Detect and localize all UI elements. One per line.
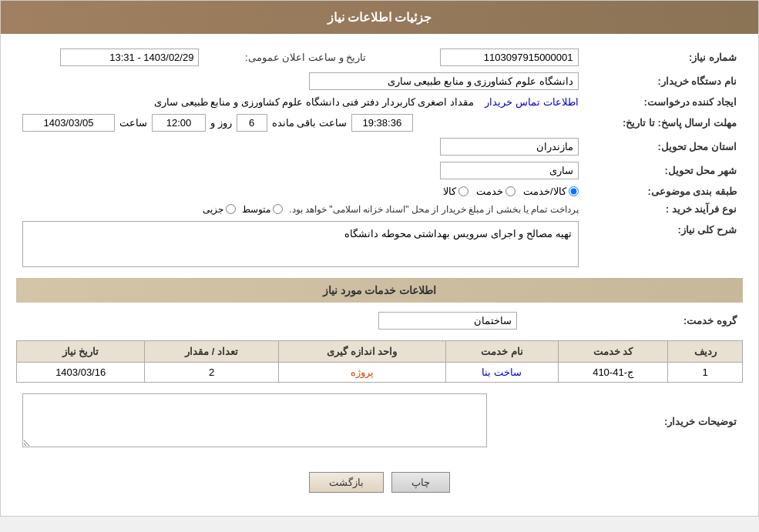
print-button[interactable]: چاپ bbox=[391, 472, 450, 493]
province-label: استان محل تحویل: bbox=[585, 135, 743, 159]
services-section-header: اطلاعات خدمات مورد نیاز bbox=[16, 278, 743, 303]
category-radio-group: کالا/خدمت خدمت کالا bbox=[22, 186, 579, 197]
buyer-org-label: نام دستگاه خریدار: bbox=[585, 69, 743, 93]
time-box: 12:00 bbox=[152, 114, 206, 132]
datetime-row: 19:38:36 ساعت باقی مانده 6 روز و 12:00 س… bbox=[22, 114, 579, 132]
category-radio2-input[interactable] bbox=[505, 186, 516, 196]
group-box: ساختمان bbox=[378, 312, 517, 330]
category-radio2-label: خدمت bbox=[476, 186, 503, 197]
row-response-deadline: مهلت ارسال پاسخ: تا تاریخ: 19:38:36 ساعت… bbox=[16, 111, 743, 135]
announce-value: 1403/02/29 - 13:31 bbox=[16, 45, 205, 69]
buyer-notes-table: توضیحات خریدار: bbox=[16, 390, 743, 453]
category-radios: کالا/خدمت خدمت کالا bbox=[16, 182, 585, 200]
service-table-head: ردیف کد خدمت نام خدمت واحد اندازه گیری ت… bbox=[17, 341, 743, 363]
purchase-radio2-label: متوسط bbox=[242, 204, 270, 215]
buyer-org-box: دانشگاه علوم کشاورزی و منابع طبیعی ساری bbox=[309, 72, 579, 90]
purchase-radio1-label: جزیی bbox=[203, 204, 223, 215]
days-box: 6 bbox=[237, 114, 267, 132]
category-radio3-item: کالا/خدمت bbox=[523, 186, 579, 197]
city-label: شهر محل تحویل: bbox=[585, 159, 743, 182]
row-buyer-org: نام دستگاه خریدار: دانشگاه علوم کشاورزی … bbox=[16, 69, 743, 93]
category-radio2-item: خدمت bbox=[476, 186, 516, 197]
announce-box: 1403/02/29 - 13:31 bbox=[60, 49, 199, 66]
group-value: ساختمان bbox=[16, 309, 523, 333]
buyer-notes-label: توضیحات خریدار: bbox=[493, 390, 743, 453]
need-number-box: 1103097915000001 bbox=[440, 49, 579, 66]
col-date: تاریخ نیاز bbox=[17, 341, 145, 363]
purchase-radio2-item: متوسط bbox=[242, 204, 283, 215]
cell-quantity: 2 bbox=[145, 363, 279, 383]
need-number-value: 1103097915000001 bbox=[395, 45, 584, 69]
service-table-body: 1 ج-41-410 ساخت بنا پروژه 2 1403/03/16 bbox=[17, 363, 743, 383]
purchase-desc: پرداخت تمام یا بخشی از مبلغ خریدار از مح… bbox=[289, 204, 578, 215]
row-requester: ایجاد کننده درخواست: اطلاعات تماس خریدار… bbox=[16, 93, 743, 111]
requester-text: مقداد اصغری کاربردار دفتر فنی دانشگاه عل… bbox=[154, 96, 474, 108]
info-table: شماره نیاز: 1103097915000001 تاریخ و ساع… bbox=[16, 45, 743, 270]
row-province: استان محل تحویل: مازندران bbox=[16, 135, 743, 159]
requester-label: ایجاد کننده درخواست: bbox=[585, 93, 743, 111]
cell-unit: پروژه bbox=[278, 363, 445, 383]
category-label: طبقه بندی موضوعی: bbox=[585, 182, 743, 200]
time-label: ساعت bbox=[119, 117, 147, 129]
row-category: طبقه بندی موضوعی: کالا/خدمت خدمت bbox=[16, 182, 743, 200]
page-header: جزئیات اطلاعات نیاز bbox=[1, 1, 758, 34]
page-wrapper: جزئیات اطلاعات نیاز شماره نیاز: 11030979… bbox=[0, 0, 759, 517]
category-radio3-input[interactable] bbox=[569, 186, 579, 196]
requester-value: اطلاعات تماس خریدار مقداد اصغری کاربردار… bbox=[16, 93, 585, 111]
purchase-radio1-item: جزیی bbox=[203, 204, 236, 215]
group-label: گروه خدمت: bbox=[523, 309, 743, 333]
days-label: روز و bbox=[210, 117, 232, 129]
description-label: شرح کلی نیاز: bbox=[585, 218, 743, 270]
col-service-code: کد خدمت bbox=[558, 341, 668, 363]
service-table: ردیف کد خدمت نام خدمت واحد اندازه گیری ت… bbox=[16, 340, 743, 383]
date-box: 1403/03/05 bbox=[22, 114, 115, 132]
col-unit: واحد اندازه گیری bbox=[278, 341, 445, 363]
description-text: تهیه مصالح و اجرای سرویس بهداشتی محوطه د… bbox=[344, 228, 571, 239]
contact-link[interactable]: اطلاعات تماس خریدار bbox=[485, 96, 578, 108]
category-radio1-label: کالا bbox=[443, 186, 456, 197]
cell-row-num: 1 bbox=[668, 363, 743, 383]
content-area: شماره نیاز: 1103097915000001 تاریخ و ساع… bbox=[1, 34, 758, 516]
cell-date: 1403/03/16 bbox=[17, 363, 145, 383]
service-header-row: ردیف کد خدمت نام خدمت واحد اندازه گیری ت… bbox=[17, 341, 743, 363]
description-content: تهیه مصالح و اجرای سرویس بهداشتی محوطه د… bbox=[16, 218, 585, 270]
row-description: شرح کلی نیاز: تهیه مصالح و اجرای سرویس ب… bbox=[16, 218, 743, 270]
category-radio1-input[interactable] bbox=[458, 186, 468, 196]
purchase-radio1-input[interactable] bbox=[226, 204, 236, 214]
row-need-number: شماره نیاز: 1103097915000001 تاریخ و ساع… bbox=[16, 45, 743, 69]
purchase-type-content: پرداخت تمام یا بخشی از مبلغ خریدار از مح… bbox=[16, 200, 585, 218]
purchase-type-row: پرداخت تمام یا بخشی از مبلغ خریدار از مح… bbox=[22, 204, 579, 215]
row-group-service: گروه خدمت: ساختمان bbox=[16, 309, 743, 333]
cell-service-name: ساخت بنا bbox=[445, 363, 558, 383]
description-box: تهیه مصالح و اجرای سرویس بهداشتی محوطه د… bbox=[22, 221, 579, 267]
province-value: مازندران bbox=[16, 135, 585, 159]
group-service-table: گروه خدمت: ساختمان bbox=[16, 309, 743, 333]
cell-service-code: ج-41-410 bbox=[558, 363, 668, 383]
buttons-row: چاپ بازگشت bbox=[16, 460, 743, 504]
buyer-org-value: دانشگاه علوم کشاورزی و منابع طبیعی ساری bbox=[16, 69, 585, 93]
buyer-notes-content bbox=[16, 390, 493, 453]
city-value: ساری bbox=[16, 159, 585, 182]
category-radio1-item: کالا bbox=[443, 186, 468, 197]
announce-label: تاریخ و ساعت اعلان عمومی: bbox=[205, 45, 372, 69]
response-deadline-label: مهلت ارسال پاسخ: تا تاریخ: bbox=[585, 111, 743, 135]
row-buyer-notes: توضیحات خریدار: bbox=[16, 390, 743, 453]
col-quantity: تعداد / مقدار bbox=[145, 341, 279, 363]
col-row-num: ردیف bbox=[668, 341, 743, 363]
province-box: مازندران bbox=[440, 138, 579, 156]
back-button[interactable]: بازگشت bbox=[309, 472, 384, 493]
city-box: ساری bbox=[440, 162, 579, 179]
buyer-notes-textarea[interactable] bbox=[22, 393, 487, 447]
need-number-label: شماره نیاز: bbox=[585, 45, 743, 69]
response-deadline-values: 19:38:36 ساعت باقی مانده 6 روز و 12:00 س… bbox=[16, 111, 585, 135]
category-radio3-label: کالا/خدمت bbox=[523, 186, 566, 197]
col-service-name: نام خدمت bbox=[445, 341, 558, 363]
table-row: 1 ج-41-410 ساخت بنا پروژه 2 1403/03/16 bbox=[17, 363, 743, 383]
remaining-box: 19:38:36 bbox=[351, 114, 413, 132]
row-purchase-type: نوع فرآیند خرید : پرداخت تمام یا بخشی از… bbox=[16, 200, 743, 218]
page-title: جزئیات اطلاعات نیاز bbox=[327, 11, 432, 24]
row-city: شهر محل تحویل: ساری bbox=[16, 159, 743, 182]
purchase-type-label: نوع فرآیند خرید : bbox=[585, 200, 743, 218]
remaining-label: ساعت باقی مانده bbox=[272, 117, 347, 129]
purchase-radio2-input[interactable] bbox=[273, 204, 283, 214]
